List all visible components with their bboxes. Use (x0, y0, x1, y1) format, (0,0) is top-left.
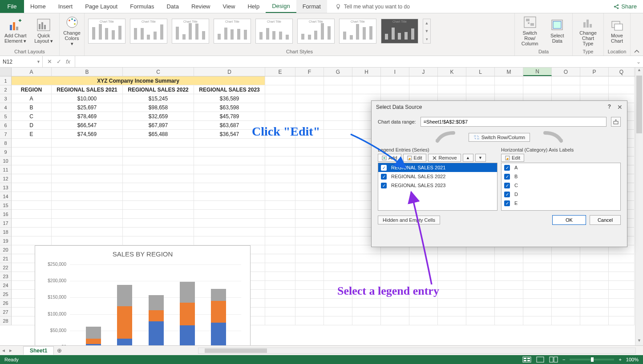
cell[interactable] (381, 254, 409, 263)
cell[interactable] (324, 121, 352, 130)
cell[interactable] (609, 254, 635, 263)
cell[interactable]: $63,687 (194, 121, 265, 130)
cell[interactable] (12, 192, 52, 201)
cell[interactable] (295, 219, 324, 228)
column-header[interactable]: N (523, 68, 552, 76)
cell[interactable] (552, 263, 580, 272)
cell[interactable] (324, 228, 352, 236)
column-header[interactable]: J (409, 68, 438, 76)
cell[interactable]: B (12, 103, 52, 112)
column-header[interactable]: E (265, 68, 295, 76)
cell[interactable] (580, 281, 609, 290)
cell[interactable] (523, 272, 552, 281)
cell[interactable] (381, 290, 409, 299)
cell[interactable] (265, 245, 295, 254)
cell[interactable] (265, 139, 295, 148)
cell[interactable] (194, 156, 265, 165)
cell[interactable] (295, 316, 324, 325)
row-header[interactable]: 17 (0, 219, 12, 228)
cell[interactable] (609, 85, 635, 94)
chart-style-thumb[interactable]: Chart Title (88, 19, 125, 44)
cell[interactable] (194, 183, 265, 192)
row-header[interactable]: 22 (0, 263, 12, 272)
cell[interactable] (324, 174, 352, 183)
page-layout-view-icon[interactable] (536, 356, 545, 363)
cell[interactable] (123, 219, 194, 228)
cell[interactable] (409, 308, 438, 316)
column-header[interactable]: L (466, 68, 495, 76)
cell[interactable] (324, 76, 352, 85)
cell[interactable] (352, 85, 381, 94)
cell[interactable] (352, 290, 381, 299)
column-header[interactable]: C (123, 68, 194, 76)
cell[interactable] (123, 236, 194, 245)
cell[interactable]: $10,000 (52, 94, 123, 103)
cell[interactable]: $67,897 (123, 121, 194, 130)
cell[interactable] (12, 183, 52, 192)
row-header[interactable]: 20 (0, 245, 12, 254)
cell[interactable] (12, 174, 52, 183)
cell[interactable]: $45,789 (194, 112, 265, 121)
cell[interactable] (265, 316, 295, 325)
quick-layout-button[interactable]: Quick Layout ▾ (31, 17, 57, 46)
row-header[interactable]: 19 (0, 236, 12, 245)
cell[interactable] (324, 130, 352, 139)
row-header[interactable]: 24 (0, 281, 12, 290)
cell[interactable] (352, 281, 381, 290)
cell[interactable] (552, 290, 580, 299)
cell[interactable] (466, 85, 495, 94)
cell[interactable] (324, 192, 352, 201)
cell[interactable] (552, 76, 580, 85)
ok-button[interactable]: OK (552, 215, 586, 225)
cell[interactable]: $15,245 (123, 94, 194, 103)
cell[interactable] (194, 219, 265, 228)
cell[interactable]: XYZ Company Income Summary (12, 76, 265, 85)
column-header[interactable]: G (324, 68, 352, 76)
cell[interactable]: D (12, 121, 52, 130)
cell[interactable] (194, 228, 265, 236)
cell[interactable] (324, 290, 352, 299)
zoom-level[interactable]: 100% (626, 357, 639, 362)
horizontal-scrollbar[interactable] (198, 348, 636, 354)
embedded-chart[interactable]: SALES BY REGION $0$50,000$100,000$150,00… (35, 245, 251, 345)
chart-styles-more-button[interactable]: ▲▼▾ (423, 19, 431, 44)
dialog-titlebar[interactable]: Select Data Source ? ✕ (372, 101, 627, 113)
cell[interactable] (552, 316, 580, 325)
move-chart-button[interactable]: Move Chart (607, 17, 627, 45)
cell[interactable] (466, 299, 495, 308)
cell[interactable] (324, 94, 352, 103)
cell[interactable]: $63,598 (194, 103, 265, 112)
cancel-icon[interactable]: ✕ (47, 58, 52, 65)
cell[interactable] (123, 156, 194, 165)
column-header[interactable]: K (438, 68, 466, 76)
cell[interactable] (495, 308, 523, 316)
cell[interactable] (409, 281, 438, 290)
cell[interactable] (495, 290, 523, 299)
category-list-item[interactable]: ✓B (501, 172, 620, 181)
series-list-item[interactable]: ✓REGIONAL SALES 2021 (378, 163, 497, 172)
checkbox-icon[interactable]: ✓ (504, 165, 510, 171)
cell[interactable] (123, 148, 194, 156)
cell[interactable] (552, 272, 580, 281)
cell[interactable] (324, 103, 352, 112)
cell[interactable] (580, 290, 609, 299)
cell[interactable] (466, 272, 495, 281)
row-header[interactable]: 27 (0, 308, 12, 316)
cell[interactable] (265, 156, 295, 165)
zoom-slider[interactable] (570, 359, 614, 360)
cell[interactable] (495, 272, 523, 281)
tab-formulas[interactable]: Formulas (124, 0, 160, 13)
cell[interactable] (495, 316, 523, 325)
category-list-item[interactable]: ✓E (501, 199, 620, 208)
normal-view-icon[interactable] (522, 356, 531, 363)
row-header[interactable]: 28 (0, 316, 12, 325)
cell[interactable] (352, 272, 381, 281)
sheet-nav-first-icon[interactable]: ◄ (0, 348, 7, 353)
cell[interactable] (295, 85, 324, 94)
cell[interactable] (552, 281, 580, 290)
cell[interactable]: $74,569 (52, 130, 123, 139)
chart-style-thumb[interactable]: Chart Title (172, 19, 209, 44)
cell[interactable]: E (12, 130, 52, 139)
cell[interactable] (324, 308, 352, 316)
cell[interactable] (295, 290, 324, 299)
